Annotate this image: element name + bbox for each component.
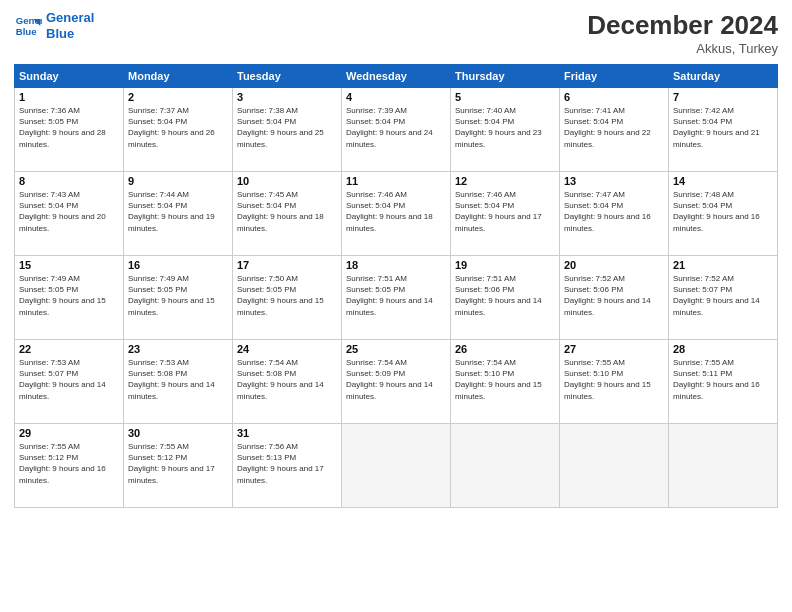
calendar-day-cell (451, 424, 560, 508)
logo-icon: General Blue (14, 12, 42, 40)
calendar-day-cell: 13 Sunrise: 7:47 AMSunset: 5:04 PMDaylig… (560, 172, 669, 256)
day-number: 3 (237, 91, 337, 103)
day-number: 24 (237, 343, 337, 355)
day-info: Sunrise: 7:43 AMSunset: 5:04 PMDaylight:… (19, 189, 119, 234)
calendar-day-cell: 17 Sunrise: 7:50 AMSunset: 5:05 PMDaylig… (233, 256, 342, 340)
logo-text: General Blue (46, 10, 94, 41)
calendar-day-cell: 18 Sunrise: 7:51 AMSunset: 5:05 PMDaylig… (342, 256, 451, 340)
day-number: 1 (19, 91, 119, 103)
day-info: Sunrise: 7:55 AMSunset: 5:11 PMDaylight:… (673, 357, 773, 402)
day-info: Sunrise: 7:40 AMSunset: 5:04 PMDaylight:… (455, 105, 555, 150)
calendar-day-cell: 10 Sunrise: 7:45 AMSunset: 5:04 PMDaylig… (233, 172, 342, 256)
calendar-day-cell: 11 Sunrise: 7:46 AMSunset: 5:04 PMDaylig… (342, 172, 451, 256)
day-number: 14 (673, 175, 773, 187)
day-number: 5 (455, 91, 555, 103)
day-number: 6 (564, 91, 664, 103)
day-number: 20 (564, 259, 664, 271)
day-info: Sunrise: 7:48 AMSunset: 5:04 PMDaylight:… (673, 189, 773, 234)
day-number: 19 (455, 259, 555, 271)
calendar-day-cell (669, 424, 778, 508)
day-info: Sunrise: 7:52 AMSunset: 5:06 PMDaylight:… (564, 273, 664, 318)
day-number: 18 (346, 259, 446, 271)
calendar-week-row: 1 Sunrise: 7:36 AMSunset: 5:05 PMDayligh… (15, 88, 778, 172)
calendar-day-cell: 7 Sunrise: 7:42 AMSunset: 5:04 PMDayligh… (669, 88, 778, 172)
calendar-day-cell: 9 Sunrise: 7:44 AMSunset: 5:04 PMDayligh… (124, 172, 233, 256)
calendar-day-cell (342, 424, 451, 508)
day-info: Sunrise: 7:55 AMSunset: 5:10 PMDaylight:… (564, 357, 664, 402)
day-info: Sunrise: 7:37 AMSunset: 5:04 PMDaylight:… (128, 105, 228, 150)
day-info: Sunrise: 7:45 AMSunset: 5:04 PMDaylight:… (237, 189, 337, 234)
calendar-day-cell (560, 424, 669, 508)
title-block: December 2024 Akkus, Turkey (587, 10, 778, 56)
day-number: 27 (564, 343, 664, 355)
day-number: 10 (237, 175, 337, 187)
calendar-day-cell: 22 Sunrise: 7:53 AMSunset: 5:07 PMDaylig… (15, 340, 124, 424)
calendar-week-row: 15 Sunrise: 7:49 AMSunset: 5:05 PMDaylig… (15, 256, 778, 340)
day-info: Sunrise: 7:44 AMSunset: 5:04 PMDaylight:… (128, 189, 228, 234)
day-info: Sunrise: 7:38 AMSunset: 5:04 PMDaylight:… (237, 105, 337, 150)
calendar-day-cell: 31 Sunrise: 7:56 AMSunset: 5:13 PMDaylig… (233, 424, 342, 508)
day-number: 9 (128, 175, 228, 187)
calendar-header-row: SundayMondayTuesdayWednesdayThursdayFrid… (15, 65, 778, 88)
calendar-day-cell: 23 Sunrise: 7:53 AMSunset: 5:08 PMDaylig… (124, 340, 233, 424)
calendar-week-row: 29 Sunrise: 7:55 AMSunset: 5:12 PMDaylig… (15, 424, 778, 508)
calendar-weekday-header: Sunday (15, 65, 124, 88)
calendar-weekday-header: Wednesday (342, 65, 451, 88)
calendar-day-cell: 26 Sunrise: 7:54 AMSunset: 5:10 PMDaylig… (451, 340, 560, 424)
header: General Blue General Blue December 2024 … (14, 10, 778, 56)
day-info: Sunrise: 7:42 AMSunset: 5:04 PMDaylight:… (673, 105, 773, 150)
calendar-week-row: 8 Sunrise: 7:43 AMSunset: 5:04 PMDayligh… (15, 172, 778, 256)
day-info: Sunrise: 7:51 AMSunset: 5:06 PMDaylight:… (455, 273, 555, 318)
day-info: Sunrise: 7:46 AMSunset: 5:04 PMDaylight:… (346, 189, 446, 234)
day-info: Sunrise: 7:56 AMSunset: 5:13 PMDaylight:… (237, 441, 337, 486)
day-number: 17 (237, 259, 337, 271)
day-number: 11 (346, 175, 446, 187)
day-number: 28 (673, 343, 773, 355)
day-info: Sunrise: 7:50 AMSunset: 5:05 PMDaylight:… (237, 273, 337, 318)
day-info: Sunrise: 7:54 AMSunset: 5:09 PMDaylight:… (346, 357, 446, 402)
day-info: Sunrise: 7:54 AMSunset: 5:08 PMDaylight:… (237, 357, 337, 402)
day-number: 4 (346, 91, 446, 103)
calendar-weekday-header: Thursday (451, 65, 560, 88)
location: Akkus, Turkey (587, 41, 778, 56)
day-number: 15 (19, 259, 119, 271)
calendar-weekday-header: Friday (560, 65, 669, 88)
day-info: Sunrise: 7:53 AMSunset: 5:08 PMDaylight:… (128, 357, 228, 402)
calendar-day-cell: 8 Sunrise: 7:43 AMSunset: 5:04 PMDayligh… (15, 172, 124, 256)
calendar-day-cell: 25 Sunrise: 7:54 AMSunset: 5:09 PMDaylig… (342, 340, 451, 424)
day-number: 26 (455, 343, 555, 355)
calendar-day-cell: 30 Sunrise: 7:55 AMSunset: 5:12 PMDaylig… (124, 424, 233, 508)
calendar-day-cell: 15 Sunrise: 7:49 AMSunset: 5:05 PMDaylig… (15, 256, 124, 340)
day-number: 13 (564, 175, 664, 187)
day-info: Sunrise: 7:55 AMSunset: 5:12 PMDaylight:… (128, 441, 228, 486)
logo: General Blue General Blue (14, 10, 94, 41)
svg-text:Blue: Blue (16, 25, 37, 36)
month-title: December 2024 (587, 10, 778, 41)
day-number: 29 (19, 427, 119, 439)
day-info: Sunrise: 7:52 AMSunset: 5:07 PMDaylight:… (673, 273, 773, 318)
calendar-day-cell: 27 Sunrise: 7:55 AMSunset: 5:10 PMDaylig… (560, 340, 669, 424)
day-number: 8 (19, 175, 119, 187)
calendar-day-cell: 21 Sunrise: 7:52 AMSunset: 5:07 PMDaylig… (669, 256, 778, 340)
calendar-weekday-header: Saturday (669, 65, 778, 88)
day-info: Sunrise: 7:49 AMSunset: 5:05 PMDaylight:… (128, 273, 228, 318)
calendar-day-cell: 16 Sunrise: 7:49 AMSunset: 5:05 PMDaylig… (124, 256, 233, 340)
day-number: 31 (237, 427, 337, 439)
day-info: Sunrise: 7:46 AMSunset: 5:04 PMDaylight:… (455, 189, 555, 234)
calendar-day-cell: 19 Sunrise: 7:51 AMSunset: 5:06 PMDaylig… (451, 256, 560, 340)
calendar-day-cell: 3 Sunrise: 7:38 AMSunset: 5:04 PMDayligh… (233, 88, 342, 172)
calendar-day-cell: 1 Sunrise: 7:36 AMSunset: 5:05 PMDayligh… (15, 88, 124, 172)
day-number: 7 (673, 91, 773, 103)
day-info: Sunrise: 7:53 AMSunset: 5:07 PMDaylight:… (19, 357, 119, 402)
day-info: Sunrise: 7:55 AMSunset: 5:12 PMDaylight:… (19, 441, 119, 486)
day-info: Sunrise: 7:47 AMSunset: 5:04 PMDaylight:… (564, 189, 664, 234)
calendar-weekday-header: Monday (124, 65, 233, 88)
calendar-day-cell: 14 Sunrise: 7:48 AMSunset: 5:04 PMDaylig… (669, 172, 778, 256)
calendar-day-cell: 2 Sunrise: 7:37 AMSunset: 5:04 PMDayligh… (124, 88, 233, 172)
calendar-day-cell: 4 Sunrise: 7:39 AMSunset: 5:04 PMDayligh… (342, 88, 451, 172)
day-number: 2 (128, 91, 228, 103)
day-number: 12 (455, 175, 555, 187)
calendar-weekday-header: Tuesday (233, 65, 342, 88)
calendar-table: SundayMondayTuesdayWednesdayThursdayFrid… (14, 64, 778, 508)
calendar-day-cell: 29 Sunrise: 7:55 AMSunset: 5:12 PMDaylig… (15, 424, 124, 508)
